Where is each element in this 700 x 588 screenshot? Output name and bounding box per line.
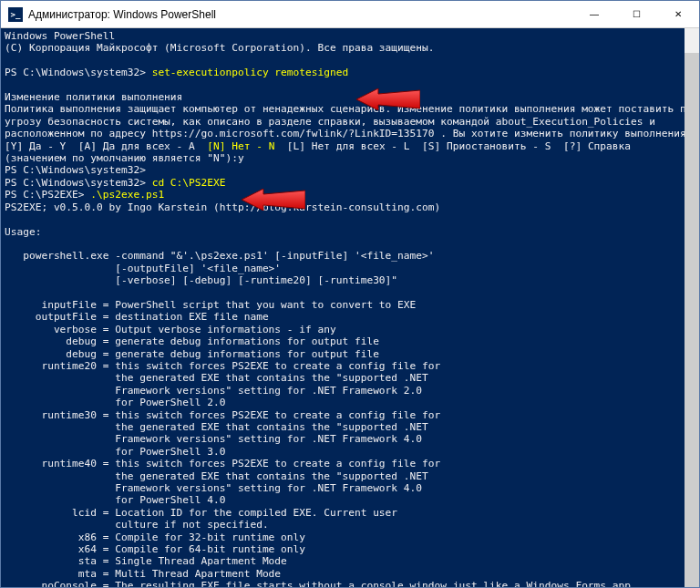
command: cd C:\PS2EXE	[152, 177, 226, 189]
console-line: debug = generate debug informations for …	[5, 348, 379, 360]
console-line: sta = Single Thread Apartment Mode	[5, 555, 287, 567]
prompt: PS C:\Windows\system32>	[5, 177, 152, 189]
default-choice: [N] Нет - N	[207, 140, 274, 152]
window-controls: — ☐ ✕	[573, 1, 699, 27]
console-line: [L] Нет для всех - L [S] Приостановить -…	[274, 140, 631, 152]
console-line: (C) Корпорация Майкрософт (Microsoft Cor…	[5, 42, 434, 54]
console-line: culture if not specified.	[5, 519, 269, 531]
console-line: Windows PowerShell	[5, 30, 115, 42]
console-line: runtime40 = this switch forces PS2EXE to…	[5, 458, 440, 469]
command: set-executionpolicy remotesigned	[152, 67, 349, 78]
console-line: x86 = Compile for 32-bit runtime only	[5, 531, 305, 543]
console-line: [-verbose] [-debug] [-runtime20] [-runti…	[5, 274, 397, 286]
console-line: mta = Multi Thread Apartment Mode	[5, 568, 281, 580]
console-line: debug = generate debug informations for …	[5, 335, 379, 347]
console-line: noConsole = The resulting EXE file start…	[5, 580, 637, 587]
console-line: the generated EXE that contains the "sup…	[5, 372, 428, 384]
console-line: x64 = Compile for 64-bit runtime only	[5, 543, 305, 555]
powershell-icon: >_	[8, 7, 23, 22]
scrollbar-thumb[interactable]	[685, 53, 699, 587]
console-line: (значением по умолчанию является "N"):y	[5, 152, 244, 164]
close-button[interactable]: ✕	[657, 1, 699, 27]
console-line: lcid = Location ID for the compiled EXE.…	[5, 507, 397, 519]
console-line: runtime30 = this switch forces PS2EXE to…	[5, 409, 440, 421]
console-line: Framework versions" setting for .NET Fra…	[5, 433, 422, 445]
window: >_ Администратор: Windows PowerShell — ☐…	[0, 0, 700, 588]
console-line: runtime20 = this switch forces PS2EXE to…	[5, 360, 440, 372]
console-line: [-outputFile] '<file_name>'	[5, 263, 281, 274]
console-line: for PowerShell 4.0	[5, 494, 225, 506]
console-line: for PowerShell 3.0	[5, 446, 225, 458]
window-title: Администратор: Windows PowerShell	[28, 8, 573, 21]
prompt: PS C:\Windows\system32>	[5, 67, 152, 78]
console-line: Framework versions" setting for .NET Fra…	[5, 385, 422, 397]
console-line: PS2EXE; v0.5.0.0 by Ingo Karstein (http:…	[5, 201, 440, 213]
command: .\ps2exe.ps1	[90, 189, 164, 201]
prompt: PS C:\Windows\system32>	[5, 164, 152, 176]
console-line: outputFile = destination EXE file name	[5, 311, 269, 323]
console-line: the generated EXE that contains the "sup…	[5, 470, 428, 482]
console-line: for PowerShell 2.0	[5, 397, 225, 408]
console-line: verbose = Output verbose informations - …	[5, 324, 336, 335]
console-line: inputFile = PowerShell script that you w…	[5, 299, 416, 311]
titlebar[interactable]: >_ Администратор: Windows PowerShell — ☐…	[1, 1, 699, 28]
console-line: powershell.exe -command "&'.\ps2exe.ps1'…	[5, 250, 434, 262]
console-line: Политика выполнения защищает компьютер о…	[5, 103, 698, 115]
console-line: the generated EXE that contains the "sup…	[5, 421, 428, 433]
scrollbar[interactable]	[685, 28, 699, 587]
console-line: расположенном по адресу https://go.micro…	[5, 128, 692, 139]
maximize-button[interactable]: ☐	[615, 1, 657, 27]
console-line: Изменение политики выполнения	[5, 91, 182, 103]
console-line: [Y] Да - Y [A] Да для всех - A	[5, 140, 207, 152]
console-area[interactable]: Windows PowerShell (C) Корпорация Майкро…	[1, 28, 699, 587]
console-line: Usage:	[5, 226, 41, 238]
minimize-button[interactable]: —	[573, 1, 615, 27]
console-line: Framework versions" setting for .NET Fra…	[5, 482, 422, 494]
prompt: PS C:\PS2EXE>	[5, 189, 90, 201]
console-line: угрозу безопасность системы, как описано…	[5, 116, 655, 128]
